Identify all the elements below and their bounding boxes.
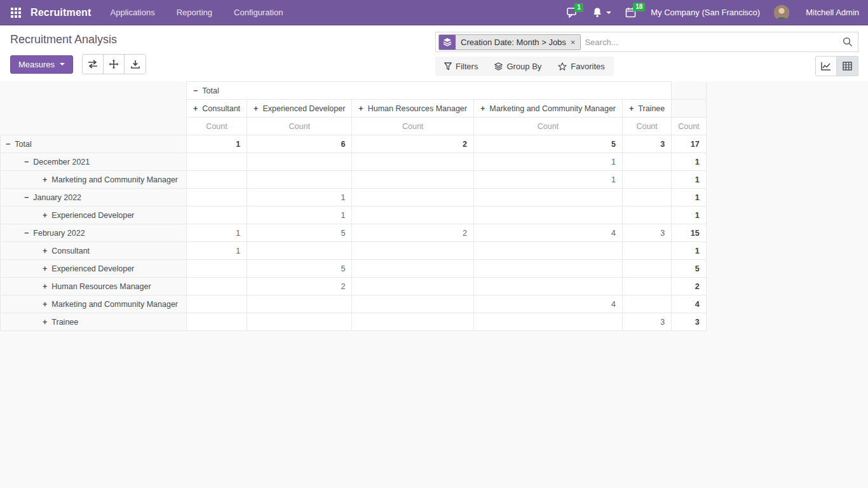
pivot-row-total-cell[interactable]: 1 xyxy=(672,153,706,171)
pivot-row-header-trainee[interactable]: +Trainee xyxy=(1,313,187,331)
pivot-cell[interactable]: 4 xyxy=(473,224,622,242)
pivot-cell[interactable]: 2 xyxy=(352,224,474,242)
pivot-cell[interactable]: 3 xyxy=(623,313,672,331)
pivot-row-total-cell[interactable]: 1 xyxy=(672,189,706,207)
pivot-cell[interactable] xyxy=(352,313,474,331)
apps-menu-button[interactable] xyxy=(8,4,24,21)
pivot-cell[interactable] xyxy=(473,189,622,207)
app-name[interactable]: Recruitment xyxy=(31,7,92,18)
pivot-cell[interactable] xyxy=(623,189,672,207)
pivot-col-header-trainee[interactable]: +Trainee xyxy=(623,100,672,118)
pivot-cell[interactable] xyxy=(473,278,622,295)
pivot-cell[interactable] xyxy=(247,242,352,260)
pivot-row-total-cell[interactable]: 4 xyxy=(672,295,706,313)
pivot-cell[interactable] xyxy=(352,295,474,313)
menu-configuration[interactable]: Configuration xyxy=(233,5,284,20)
graph-view-button[interactable] xyxy=(816,57,837,76)
pivot-cell[interactable] xyxy=(623,278,672,295)
pivot-cell[interactable]: 2 xyxy=(247,278,352,295)
pivot-cell[interactable]: 1 xyxy=(247,207,352,224)
pivot-cell[interactable] xyxy=(352,171,474,189)
pivot-cell[interactable] xyxy=(623,171,672,189)
pivot-cell[interactable] xyxy=(623,153,672,171)
pivot-cell[interactable] xyxy=(623,207,672,224)
pivot-cell[interactable] xyxy=(187,260,247,278)
pivot-cell[interactable] xyxy=(623,260,672,278)
company-switcher[interactable]: My Company (San Francisco) xyxy=(651,8,760,17)
pivot-cell[interactable] xyxy=(187,313,247,331)
pivot-cell[interactable] xyxy=(247,153,352,171)
pivot-measure-header[interactable]: Count xyxy=(623,118,672,135)
pivot-row-total-cell[interactable]: 1 xyxy=(672,171,706,189)
pivot-cell[interactable] xyxy=(352,207,474,224)
pivot-cell[interactable] xyxy=(187,171,247,189)
pivot-cell[interactable]: 1 xyxy=(473,171,622,189)
pivot-row-total-cell[interactable]: 17 xyxy=(672,135,706,153)
pivot-cell[interactable]: 5 xyxy=(473,135,622,153)
pivot-measure-header[interactable]: Count xyxy=(352,118,474,135)
pivot-row-header-experienced-developer[interactable]: +Experienced Developer xyxy=(1,207,187,224)
pivot-cell[interactable]: 3 xyxy=(623,135,672,153)
pivot-row-header-total[interactable]: −Total xyxy=(1,135,187,153)
pivot-cell[interactable] xyxy=(352,153,474,171)
pivot-col-header-marketing-and-community-manager[interactable]: +Marketing and Community Manager xyxy=(473,100,622,118)
pivot-cell[interactable] xyxy=(473,313,622,331)
pivot-col-header-experienced-developer[interactable]: +Experienced Developer xyxy=(247,100,352,118)
pivot-cell[interactable]: 2 xyxy=(352,135,474,153)
pivot-cell[interactable] xyxy=(352,189,474,207)
pivot-cell[interactable]: 3 xyxy=(623,224,672,242)
pivot-cell[interactable]: 1 xyxy=(187,242,247,260)
pivot-cell[interactable] xyxy=(473,207,622,224)
pivot-cell[interactable] xyxy=(187,189,247,207)
pivot-cell[interactable] xyxy=(187,295,247,313)
pivot-cell[interactable] xyxy=(187,207,247,224)
pivot-col-header-consultant[interactable]: +Consultant xyxy=(187,100,247,118)
pivot-measure-header[interactable]: Count xyxy=(247,118,352,135)
pivot-row-total-cell[interactable]: 5 xyxy=(672,260,706,278)
pivot-measure-header[interactable]: Count xyxy=(187,118,247,135)
pivot-row-header-experienced-developer[interactable]: +Experienced Developer xyxy=(1,260,187,278)
pivot-view-button[interactable] xyxy=(837,57,858,76)
pivot-cell[interactable] xyxy=(187,153,247,171)
download-xlsx-button[interactable] xyxy=(125,55,146,74)
filters-button[interactable]: Filters xyxy=(444,62,478,71)
pivot-row-header-human-resources-manager[interactable]: +Human Resources Manager xyxy=(1,278,187,295)
measures-button[interactable]: Measures xyxy=(10,55,73,74)
flip-axis-button[interactable] xyxy=(83,55,104,74)
pivot-measure-header[interactable]: Count xyxy=(672,118,706,135)
pivot-cell[interactable] xyxy=(247,313,352,331)
favorites-button[interactable]: Favorites xyxy=(558,62,604,71)
pivot-cell[interactable] xyxy=(352,242,474,260)
pivot-cell[interactable] xyxy=(247,295,352,313)
pivot-row-header-february-2022[interactable]: −February 2022 xyxy=(1,224,187,242)
pivot-cell[interactable] xyxy=(187,278,247,295)
pivot-row-header-consultant[interactable]: +Consultant xyxy=(1,242,187,260)
search-bar[interactable]: Creation Date: Month > Jobs × xyxy=(435,32,858,52)
pivot-row-header-december-2021[interactable]: −December 2021 xyxy=(1,153,187,171)
user-menu[interactable]: Mitchell Admin xyxy=(806,8,859,17)
pivot-cell[interactable]: 6 xyxy=(247,135,352,153)
pivot-cell[interactable]: 5 xyxy=(247,260,352,278)
pivot-row-header-marketing-and-community-manager[interactable]: +Marketing and Community Manager xyxy=(1,171,187,189)
pivot-cell[interactable] xyxy=(623,295,672,313)
activities-button[interactable]: 18 xyxy=(625,7,637,18)
pivot-cell[interactable] xyxy=(473,260,622,278)
pivot-cell[interactable]: 1 xyxy=(187,135,247,153)
expand-all-button[interactable] xyxy=(104,55,125,74)
search-icon[interactable] xyxy=(843,37,853,47)
user-avatar[interactable] xyxy=(774,5,789,20)
search-facet-groupby[interactable]: Creation Date: Month > Jobs × xyxy=(438,34,581,50)
pivot-cell[interactable] xyxy=(352,260,474,278)
messages-button[interactable]: 1 xyxy=(567,8,578,18)
pivot-cell[interactable]: 5 xyxy=(247,224,352,242)
pivot-measure-header[interactable]: Count xyxy=(473,118,622,135)
group-by-button[interactable]: Group By xyxy=(494,62,541,71)
pivot-cell[interactable]: 1 xyxy=(187,224,247,242)
search-input[interactable] xyxy=(585,37,843,47)
pivot-cell[interactable] xyxy=(623,242,672,260)
pivot-cell[interactable] xyxy=(352,278,474,295)
pivot-col-header-total[interactable]: −Total xyxy=(187,82,672,100)
facet-remove-icon[interactable]: × xyxy=(571,37,576,47)
pivot-row-total-cell[interactable]: 3 xyxy=(672,313,706,331)
pivot-cell[interactable]: 4 xyxy=(473,295,622,313)
